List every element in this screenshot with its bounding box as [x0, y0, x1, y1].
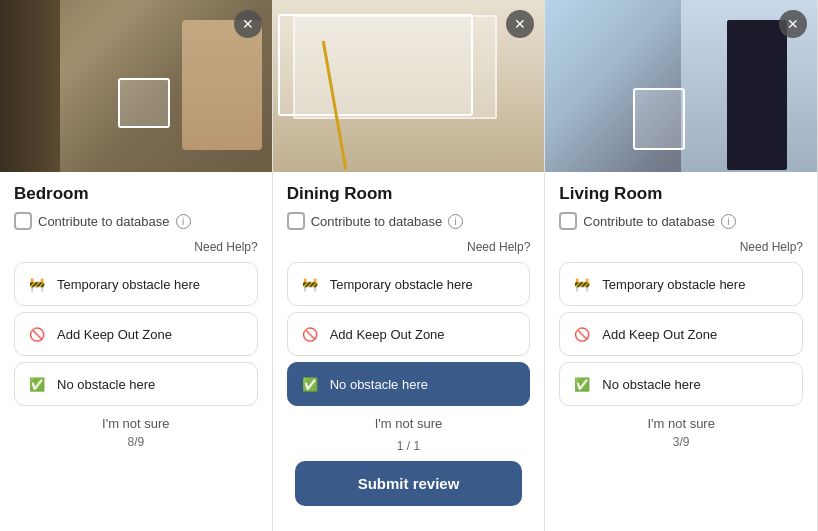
bedroom-keep-out-label: Add Keep Out Zone: [57, 327, 172, 342]
dining-close-button[interactable]: ✕: [506, 10, 534, 38]
close-icon: ✕: [242, 16, 254, 32]
bedroom-progress: 8/9: [14, 431, 258, 453]
dining-temp-obstacle-button[interactable]: 🚧 Temporary obstacle here: [287, 262, 531, 306]
bedroom-not-sure[interactable]: I'm not sure: [14, 416, 258, 431]
bedroom-need-help[interactable]: Need Help?: [14, 240, 258, 254]
dining-title: Dining Room: [287, 184, 531, 204]
living-panel: ✕ Living Room Contribute to database i N…: [545, 0, 818, 531]
dining-contribute-row: Contribute to database i: [287, 212, 531, 230]
living-body: Living Room Contribute to database i Nee…: [545, 172, 817, 531]
close-icon: ✕: [514, 16, 526, 32]
dining-page-indicator: 1 / 1: [287, 435, 531, 457]
living-title: Living Room: [559, 184, 803, 204]
bedroom-contribute-row: Contribute to database i: [14, 212, 258, 230]
bedroom-temp-obstacle-button[interactable]: 🚧 Temporary obstacle here: [14, 262, 258, 306]
obstacle-icon: 🚧: [27, 274, 47, 294]
living-keep-out-label: Add Keep Out Zone: [602, 327, 717, 342]
bedroom-info-icon[interactable]: i: [176, 214, 191, 229]
close-icon: ✕: [787, 16, 799, 32]
dining-keep-out-label: Add Keep Out Zone: [330, 327, 445, 342]
living-close-button[interactable]: ✕: [779, 10, 807, 38]
living-progress: 3/9: [559, 431, 803, 453]
bedroom-body: Bedroom Contribute to database i Need He…: [0, 172, 272, 531]
living-need-help[interactable]: Need Help?: [559, 240, 803, 254]
bedroom-keep-out-button[interactable]: 🚫 Add Keep Out Zone: [14, 312, 258, 356]
living-no-obstacle-button[interactable]: ✅ No obstacle here: [559, 362, 803, 406]
dining-contribute-checkbox[interactable]: [287, 212, 305, 230]
dining-info-icon[interactable]: i: [448, 214, 463, 229]
no-obstacle-icon: ✅: [572, 374, 592, 394]
no-obstacle-icon: ✅: [27, 374, 47, 394]
living-temp-obstacle-button[interactable]: 🚧 Temporary obstacle here: [559, 262, 803, 306]
dining-need-help[interactable]: Need Help?: [287, 240, 531, 254]
dining-body: Dining Room Contribute to database i Nee…: [273, 172, 545, 531]
bedroom-no-obstacle-label: No obstacle here: [57, 377, 155, 392]
dining-thumbnail: [278, 14, 473, 116]
obstacle-icon: 🚧: [572, 274, 592, 294]
living-contribute-row: Contribute to database i: [559, 212, 803, 230]
bedroom-temp-obstacle-label: Temporary obstacle here: [57, 277, 200, 292]
living-keep-out-button[interactable]: 🚫 Add Keep Out Zone: [559, 312, 803, 356]
bedroom-image: ✕: [0, 0, 272, 172]
living-contribute-checkbox[interactable]: [559, 212, 577, 230]
dining-panel: ✕ Dining Room Contribute to database i N…: [273, 0, 546, 531]
dining-not-sure[interactable]: I'm not sure: [287, 416, 531, 431]
bedroom-no-obstacle-button[interactable]: ✅ No obstacle here: [14, 362, 258, 406]
no-obstacle-icon: ✅: [300, 374, 320, 394]
living-temp-obstacle-label: Temporary obstacle here: [602, 277, 745, 292]
keep-out-icon: 🚫: [27, 324, 47, 344]
bedroom-thumbnail: [118, 78, 170, 128]
dining-no-obstacle-label: No obstacle here: [330, 377, 428, 392]
obstacle-icon: 🚧: [300, 274, 320, 294]
keep-out-icon: 🚫: [572, 324, 592, 344]
dining-keep-out-button[interactable]: 🚫 Add Keep Out Zone: [287, 312, 531, 356]
dining-temp-obstacle-label: Temporary obstacle here: [330, 277, 473, 292]
keep-out-icon: 🚫: [300, 324, 320, 344]
dining-image: ✕: [273, 0, 545, 172]
living-info-icon[interactable]: i: [721, 214, 736, 229]
living-image: ✕: [545, 0, 817, 172]
living-thumbnail: [633, 88, 685, 150]
bedroom-contribute-label: Contribute to database: [38, 214, 170, 229]
dining-submit-button[interactable]: Submit review: [295, 461, 523, 506]
bedroom-contribute-checkbox[interactable]: [14, 212, 32, 230]
dining-contribute-label: Contribute to database: [311, 214, 443, 229]
living-contribute-label: Contribute to database: [583, 214, 715, 229]
living-no-obstacle-label: No obstacle here: [602, 377, 700, 392]
bedroom-close-button[interactable]: ✕: [234, 10, 262, 38]
dining-no-obstacle-button[interactable]: ✅ No obstacle here: [287, 362, 531, 406]
living-not-sure[interactable]: I'm not sure: [559, 416, 803, 431]
bedroom-panel: ✕ Bedroom Contribute to database i Need …: [0, 0, 273, 531]
bedroom-title: Bedroom: [14, 184, 258, 204]
